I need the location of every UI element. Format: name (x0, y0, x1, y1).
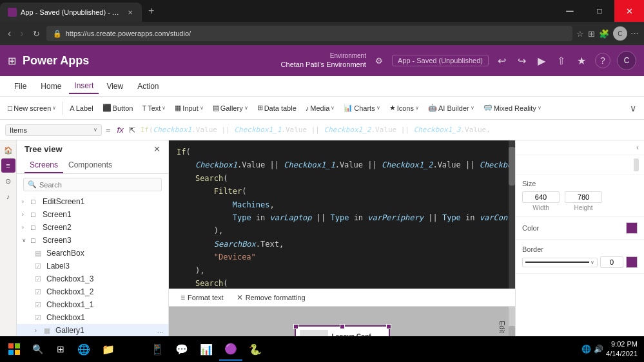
rail-media-icon[interactable]: ♪ (1, 189, 15, 204)
color-swatch[interactable] (626, 222, 638, 234)
toolbar-mixed-reality[interactable]: 🥽 Mixed Reality ∨ (480, 102, 545, 114)
browser-spacer (161, 0, 555, 22)
tray-volume-icon[interactable]: 🔊 (594, 345, 603, 354)
menu-insert[interactable]: Insert (69, 79, 99, 94)
formula-expand-button[interactable]: ⇱ (129, 126, 135, 135)
toolbar-new-screen[interactable]: □ New screen ∨ (4, 102, 60, 115)
minimize-button[interactable]: ─ (555, 0, 585, 22)
star-icon[interactable]: ☆ (576, 29, 584, 39)
header-icon-help[interactable]: ⚙ (373, 53, 385, 68)
handle-top-right[interactable] (386, 324, 391, 329)
height-input[interactable] (565, 191, 602, 203)
toolbar-data-table[interactable]: ⊞ Data table (253, 102, 300, 114)
remove-formatting-button[interactable]: ✕ Remove formatting (233, 292, 309, 303)
tab-close-icon[interactable]: ✕ (126, 8, 134, 17)
back-button[interactable]: ‹ (5, 26, 14, 41)
tree-item-label3[interactable]: ☑ Label3 (17, 260, 168, 272)
toolbar-charts[interactable]: 📊 Charts ∨ (340, 102, 384, 114)
toolbar-text[interactable]: T Text ∨ (138, 102, 170, 114)
handle-top-left[interactable] (293, 324, 298, 329)
grid-icon[interactable]: ⊞ (8, 55, 16, 67)
header-settings[interactable]: ★ (574, 52, 589, 70)
new-tab-button[interactable]: + (142, 0, 161, 22)
menu-home[interactable]: Home (34, 79, 68, 93)
address-text: https://us.create.powerapps.com/studio/ (66, 30, 191, 37)
taskbar-search-button[interactable]: 🔍 (26, 338, 49, 361)
sidebar-close-icon[interactable]: ✕ (153, 144, 161, 154)
menu-action[interactable]: Action (131, 79, 165, 93)
tree-item-checkbox1[interactable]: ☑ Checkbox1 (17, 311, 168, 324)
tree-item-screen3[interactable]: ∨ □ Screen3 (17, 234, 168, 247)
tree-item-editscreen1[interactable]: › □ EditScreen1 (17, 195, 168, 208)
border-color-swatch[interactable] (626, 256, 638, 268)
tree-item-checkbox1-2[interactable]: ☑ Checkbox1_2 (17, 285, 168, 298)
taskbar-app4-icon[interactable]: 🟣 (219, 338, 242, 361)
toolbar-label[interactable]: A Label (66, 102, 97, 114)
address-box[interactable]: 🔒 https://us.create.powerapps.com/studio… (46, 26, 572, 41)
code-scrollbar-v[interactable] (509, 140, 515, 289)
toolbar-gallery[interactable]: ▤ Gallery ∨ (209, 102, 252, 114)
refresh-button[interactable]: ↻ (30, 28, 43, 40)
tree-item-checkbox1-1[interactable]: ☑ Checkbox1_1 (17, 298, 168, 311)
code-line-10: ), (177, 264, 507, 277)
formula-content[interactable]: If(Checkbox1.Value || Checkbox1_1.Value … (138, 124, 639, 135)
collapse-panel-icon[interactable]: ‹ (636, 143, 639, 152)
border-style-dropdown[interactable]: ∨ (522, 258, 598, 267)
sidebar-search-box[interactable]: 🔍 (23, 178, 162, 191)
toolbar-input[interactable]: ▦ Input ∨ (171, 102, 207, 114)
toolbar-icons-btn[interactable]: ★ Icons ∨ (385, 102, 423, 114)
profile-icon[interactable]: C (613, 26, 627, 41)
tree-item-searchbox[interactable]: ▤ SearchBox (17, 247, 168, 260)
taskbar-mail-icon[interactable]: ✉ (121, 338, 144, 361)
menu-view[interactable]: View (100, 79, 130, 93)
header-help[interactable]: ? (595, 53, 610, 68)
code-scroll-thumb[interactable] (509, 147, 515, 186)
edit-panel-toggle[interactable]: Edit (499, 321, 507, 333)
forward-button[interactable]: › (17, 26, 26, 41)
collection-icon[interactable]: ⊞ (588, 29, 595, 39)
tree-item-screen1[interactable]: › □ Screen1 (17, 208, 168, 221)
header-redo[interactable]: ↪ (515, 52, 529, 70)
taskbar-edge-icon[interactable]: 🌐 (72, 338, 95, 361)
extensions-icon[interactable]: 🧩 (599, 29, 609, 39)
toolbar-more-button[interactable]: ∨ (626, 101, 640, 115)
tree-item-gallery1[interactable]: › ▦ Gallery1 ... (17, 324, 168, 337)
rail-tree-icon[interactable]: ≡ (1, 158, 15, 173)
toolbar-media[interactable]: ♪ Media ∨ (302, 102, 338, 114)
toolbar-ai-builder[interactable]: 🤖 AI Builder ∨ (424, 102, 478, 114)
handle-top-mid[interactable] (340, 324, 345, 329)
format-text-button[interactable]: ≡ Format text (177, 292, 228, 303)
taskbar-folder-icon[interactable]: 📁 (97, 338, 120, 361)
menu-file[interactable]: File (8, 79, 33, 93)
sidebar-tab-screens[interactable]: Screens (24, 158, 63, 173)
taskbar-start-button[interactable] (3, 338, 26, 361)
search-input[interactable] (39, 181, 157, 189)
rail-data-icon[interactable]: ⊙ (1, 174, 15, 188)
formula-select[interactable]: Items ∨ (5, 124, 102, 136)
taskbar-app5-icon[interactable]: 🐍 (244, 338, 267, 361)
browser-tab-active[interactable]: App - Saved (Unpublished) - Po... ✕ (0, 3, 142, 22)
header-undo[interactable]: ↩ (495, 52, 509, 70)
tree-item-screen2[interactable]: › □ Screen2 (17, 221, 168, 234)
taskbar-task-view-button[interactable]: ⊞ (49, 338, 72, 361)
maximize-button[interactable]: □ (585, 0, 614, 22)
header-preview[interactable]: ▶ (535, 52, 548, 70)
gallery1-more-icon[interactable]: ... (157, 327, 163, 334)
more-button[interactable]: ··· (631, 30, 639, 37)
header-publish[interactable]: ⇧ (554, 52, 568, 70)
formula-fx-button[interactable]: fx (115, 125, 126, 135)
taskbar-app2-icon[interactable]: 💬 (170, 338, 193, 361)
toolbar-button[interactable]: ⬛ Button (99, 102, 137, 114)
tray-network-icon[interactable]: 🌐 (581, 345, 591, 354)
avatar[interactable]: C (617, 51, 636, 70)
width-input[interactable] (522, 191, 560, 203)
close-button[interactable]: ✕ (614, 0, 644, 22)
border-value-input[interactable] (600, 256, 623, 268)
tree-item-checkbox1-3[interactable]: ☑ Checkbox1_3 (17, 272, 168, 285)
code-pane[interactable]: If( Checkbox1.Value || Checkbox1_1.Value… (169, 140, 515, 289)
rail-home-icon[interactable]: 🏠 (1, 143, 15, 157)
taskbar-app1-icon[interactable]: 📱 (146, 338, 169, 361)
sidebar-tab-components[interactable]: Components (63, 158, 117, 173)
taskbar-clock[interactable]: 9:02 PM 4/14/2021 (606, 339, 638, 359)
taskbar-app3-icon[interactable]: 📊 (195, 338, 218, 361)
